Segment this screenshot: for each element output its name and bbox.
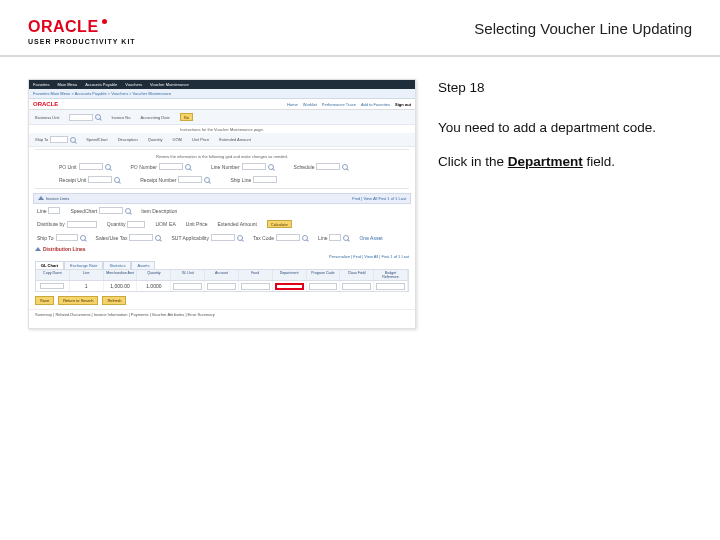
tab-gl-chart[interactable]: GL Chart	[35, 261, 64, 269]
line-number-input[interactable]	[242, 163, 266, 170]
top-link[interactable]: Add to Favorites	[361, 102, 390, 107]
sut-applicability-input[interactable]	[211, 234, 235, 241]
line-input[interactable]	[329, 234, 341, 241]
col-merch-amt: Merchandise Amt	[104, 270, 138, 280]
top-nav-links: Home Worklist Performance Trace Add to F…	[287, 102, 411, 107]
one-asset-link[interactable]: One Asset	[359, 235, 382, 241]
calculate-button[interactable]: Calculate	[267, 220, 292, 228]
schedule-input[interactable]	[316, 163, 340, 170]
lookup-icon[interactable]	[185, 164, 191, 170]
business-unit-label: Business Unit	[35, 115, 59, 120]
department-field[interactable]	[275, 283, 304, 290]
receipt-number-label: Receipt Number	[140, 177, 176, 183]
save-button[interactable]: Save	[35, 296, 54, 305]
lookup-icon[interactable]	[343, 235, 349, 241]
lookup-icon[interactable]	[105, 164, 111, 170]
sut-applicability-label: SUT Applicability	[171, 235, 208, 241]
col-copy-down: Copy Down	[36, 270, 70, 280]
cell-budget-ref[interactable]	[374, 281, 408, 291]
line-label: Line	[318, 235, 327, 241]
document-title: Selecting Voucher Line Updating	[474, 18, 692, 37]
shipto-input[interactable]	[50, 136, 68, 143]
lookup-icon[interactable]	[70, 137, 76, 143]
instruction-panel: Step 18 You need to add a department cod…	[438, 79, 692, 329]
tab-exchange-rate[interactable]: Exchange Rate	[64, 261, 103, 269]
top-link[interactable]: Home	[287, 102, 298, 107]
uom-value: EA	[169, 221, 176, 227]
col-line: Line	[70, 270, 104, 280]
receipt-unit-input[interactable]	[88, 176, 112, 183]
col-gl-unit: GL Unit	[171, 270, 205, 280]
tax-code-input[interactable]	[276, 234, 300, 241]
tab-assets[interactable]: Assets	[131, 261, 155, 269]
invoice-no-label: Invoice No	[111, 115, 130, 120]
cell-class-field[interactable]	[340, 281, 374, 291]
top-link[interactable]: Worklist	[303, 102, 317, 107]
cell-gl-unit[interactable]	[171, 281, 205, 291]
business-unit-input[interactable]	[69, 114, 93, 121]
item-description-label: Item Description	[141, 208, 177, 214]
uom-label: UOM	[173, 137, 182, 142]
go-button[interactable]: Go	[180, 113, 193, 121]
cell-copy-down[interactable]	[36, 281, 70, 291]
breadcrumb: Favorites Main Menu > Accounts Payable >…	[29, 89, 415, 99]
po-unit-label: PO Unit	[59, 164, 77, 170]
lookup-icon[interactable]	[302, 235, 308, 241]
win-tab: Main Menu	[57, 82, 77, 87]
quantity-input[interactable]	[127, 221, 145, 228]
receipt-unit-label: Receipt Unit	[59, 177, 86, 183]
expand-icon[interactable]	[35, 247, 41, 251]
lookup-icon[interactable]	[204, 177, 210, 183]
lookup-icon[interactable]	[342, 164, 348, 170]
col-account: Account	[205, 270, 239, 280]
distribute-by-input[interactable]	[67, 221, 97, 228]
cell-fund[interactable]	[239, 281, 273, 291]
ship-line-input[interactable]	[253, 176, 277, 183]
lookup-icon[interactable]	[155, 235, 161, 241]
accounting-date-label: Accounting Date	[140, 115, 169, 120]
shipto-input[interactable]	[56, 234, 78, 241]
speedchart-label: SpeedChart	[70, 208, 97, 214]
sales-use-tax-input[interactable]	[129, 234, 153, 241]
top-link[interactable]: Performance Trace	[322, 102, 356, 107]
footer-links[interactable]: Summary | Related Documents | Invoice In…	[29, 309, 415, 321]
refresh-button[interactable]: Refresh	[102, 296, 126, 305]
return-to-search-button[interactable]: Return to Search	[58, 296, 98, 305]
line-input[interactable]	[48, 207, 60, 214]
instruction-line-2: Click in the Department field.	[438, 153, 692, 171]
tab-statistics[interactable]: Statistics	[103, 261, 131, 269]
cell-line: 1	[70, 281, 104, 291]
lookup-icon[interactable]	[114, 177, 120, 183]
oracle-logo: ORACLE	[28, 18, 99, 36]
department-field-name: Department	[508, 154, 583, 169]
cell-program-code[interactable]	[307, 281, 341, 291]
tax-code-label: Tax Code	[253, 235, 274, 241]
receipt-number-input[interactable]	[178, 176, 202, 183]
expand-icon[interactable]	[38, 196, 44, 200]
distribute-by-label: Distribute by	[37, 221, 65, 227]
grid-toolbar-links[interactable]: Personalize | Find | View All | First 1 …	[29, 254, 415, 261]
app-screenshot: Favorites Main Menu Accounts Payable Vou…	[28, 79, 416, 329]
lookup-icon[interactable]	[237, 235, 243, 241]
cell-department[interactable]	[273, 281, 307, 291]
speedchart-input[interactable]	[99, 207, 123, 214]
lookup-icon[interactable]	[125, 208, 131, 214]
window-tabs: Favorites Main Menu Accounts Payable Vou…	[29, 80, 415, 89]
cell-account[interactable]	[205, 281, 239, 291]
lookup-icon[interactable]	[268, 164, 274, 170]
top-link[interactable]: Sign out	[395, 102, 411, 107]
col-program-code: Program Code	[307, 270, 341, 280]
win-tab: Voucher Maintenance	[150, 82, 189, 87]
lookup-icon[interactable]	[95, 114, 101, 120]
po-number-input[interactable]	[159, 163, 183, 170]
invoice-lines-title: Invoice Lines	[46, 196, 69, 201]
unit-price-label: Unit Price	[186, 221, 208, 227]
cell-quantity: 1.0000	[137, 281, 171, 291]
lookup-icon[interactable]	[80, 235, 86, 241]
brand-block: ORACLE USER PRODUCTIVITY KIT	[28, 18, 136, 45]
po-unit-input[interactable]	[79, 163, 103, 170]
distribution-tabs: GL Chart Exchange Rate Statistics Assets	[29, 261, 415, 269]
description-label: Description	[118, 137, 138, 142]
instruction-note: Instructions for the Voucher Maintenance…	[29, 125, 415, 133]
grid-nav[interactable]: Find | View All First 1 of 1 Last	[352, 196, 406, 201]
